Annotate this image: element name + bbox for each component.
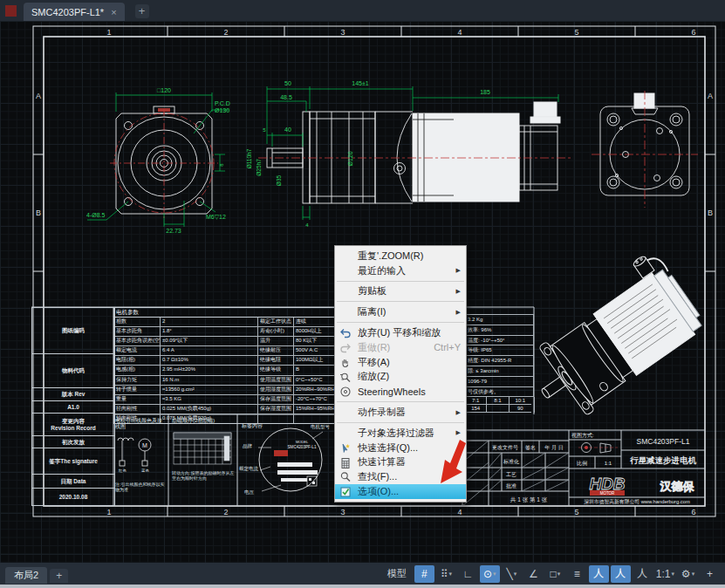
menu-item-subobject-filter[interactable]: 子对象选择过滤器▶ <box>335 426 466 441</box>
menu-separator <box>337 401 464 402</box>
ortho-mode-icon[interactable]: ∟ <box>458 565 478 583</box>
wiring-note: 注:引出线颜色和线序以实物为准 <box>115 482 166 492</box>
svg-text:工艺: 工艺 <box>506 471 516 477</box>
table-row: 1096-79 <box>465 377 534 387</box>
submenu-arrow-icon: ▶ <box>456 267 461 274</box>
menu-item-quick-select[interactable]: 快速选择(Q)... <box>335 441 466 455</box>
ratio-cell: 90 <box>510 405 531 413</box>
object-snap-icon[interactable]: □ ▾ <box>545 565 565 583</box>
grid-display-icon[interactable]: # <box>414 565 434 583</box>
svg-text:1:1: 1:1 <box>605 461 612 466</box>
front-view: □120 P.C.D Ø130 4-Ø8.5 M6▽12 22.73 8 <box>86 87 230 234</box>
svg-text:40: 40 <box>284 126 291 133</box>
table-row: 精度: DIN 42955-R <box>465 356 534 366</box>
statusbar-icons: # ⠿ ▾ ∟ ⊙ ▾ ╲ ▾ ∠ □ ▾ ≡ 人 人 <box>414 565 720 583</box>
table-row: 温度: -10°~+50° <box>465 336 534 346</box>
chevron-down-icon: ▾ <box>493 571 496 578</box>
svg-text:共 1 张 第 1 张: 共 1 张 第 1 张 <box>510 496 548 503</box>
menu-item-clipboard[interactable]: 剪贴板▶ <box>335 284 466 299</box>
side-view: 50 48.5 145±1 185 40 5 4 Ø25h7 Ø35 Ø110h… <box>246 80 572 228</box>
motor-symbol: M <box>142 442 147 448</box>
isometric-drafting-icon[interactable]: ╲ ▾ <box>502 565 522 583</box>
annotation-visibility-icon[interactable]: 人 <box>589 565 609 583</box>
ratio-cell: 10:1 <box>510 397 531 405</box>
menu-item-repeat-zoom[interactable]: 重复'.ZOOM(R) <box>335 249 466 263</box>
viewport-scale-button[interactable]: 1:1 ▾ <box>654 565 676 583</box>
submenu-arrow-icon: ▶ <box>456 309 461 316</box>
revision-table: 图纸编码物料代码版本 RevA1.0变更内容 Revision Record初次… <box>31 307 115 506</box>
polar-tracking-icon[interactable]: ⊙ ▾ <box>480 565 500 583</box>
svg-text:6: 6 <box>691 508 695 516</box>
callout-voltage: 电压 <box>244 489 254 496</box>
customize-icon[interactable]: + <box>700 565 720 583</box>
menu-item-find[interactable]: 查找(F)... <box>335 469 466 484</box>
submenu-arrow-icon: ▶ <box>456 409 461 416</box>
svg-text:1: 1 <box>106 508 111 516</box>
new-tab-button[interactable]: + <box>135 4 149 18</box>
ratio-cell: 7:1 <box>465 397 487 405</box>
svg-text:Ø110h7: Ø110h7 <box>246 148 252 168</box>
svg-text:3: 3 <box>340 508 345 516</box>
pan-hand-icon <box>339 357 352 369</box>
revision-cell: 图纸编码 <box>32 308 114 354</box>
annotation-autoscale-icon[interactable]: 人 <box>611 565 631 583</box>
ratio-cell <box>487 405 509 413</box>
chevron-down-icon: ▾ <box>671 571 674 578</box>
tab-close-icon[interactable]: × <box>111 7 116 17</box>
wire-red-label: 红色 <box>119 468 127 473</box>
callout-current: 额定电流 <box>239 466 258 472</box>
menu-item-zoom[interactable]: 缩放(Z) <box>335 370 466 385</box>
status-bar: 布局2 + 模型 # ⠿ ▾ ∟ ⊙ ▾ ╲ ▾ ∠ □ ▾ ≡ 人 <box>0 563 725 585</box>
snap-mode-icon[interactable]: ⠿ ▾ <box>436 565 456 583</box>
menu-item-quick-calculator[interactable]: 快速计算器 <box>335 455 466 470</box>
menu-item-steeringwheels[interactable]: SteeringWheels <box>335 384 466 399</box>
annotation-scale-icon[interactable]: 人 <box>633 565 653 583</box>
revision-cell: 变更内容 Revision Record <box>32 414 114 436</box>
menu-item-redo[interactable]: 重做(R) Ctrl+Y <box>335 340 466 355</box>
svg-text:6: 6 <box>691 28 695 37</box>
model-space-button[interactable]: 模型 <box>382 565 412 582</box>
svg-text:Ø130: Ø130 <box>215 107 229 113</box>
svg-text:22.73: 22.73 <box>166 228 181 234</box>
layout-tab[interactable]: 布局2 <box>5 567 47 584</box>
table-row: 号仅供参考。 <box>465 387 534 398</box>
zoom-icon <box>339 372 352 384</box>
svg-text:比例: 比例 <box>577 461 587 467</box>
svg-text:4: 4 <box>457 28 462 37</box>
svg-text:B: B <box>708 209 713 217</box>
revision-cell: A1.0 <box>32 401 114 414</box>
lineweight-icon[interactable]: ≡ <box>567 565 587 583</box>
ratio-cell: 154 <box>465 405 487 413</box>
layout-add-button[interactable]: + <box>50 569 68 583</box>
menu-item-options[interactable]: 选项(O)... <box>335 484 466 499</box>
svg-text:4: 4 <box>457 508 462 516</box>
file-tab[interactable]: SMC4203PF-L1* × <box>24 3 125 21</box>
menu-item-pan[interactable]: 平移(A) <box>335 355 466 370</box>
settings-gear-icon[interactable]: ⚙ ▾ <box>678 565 698 583</box>
menu-item-action-recorder[interactable]: 动作录制器▶ <box>335 405 466 420</box>
svg-text:Ø120: Ø120 <box>347 151 353 166</box>
svg-text:3: 3 <box>340 28 345 37</box>
svg-text:2: 2 <box>223 28 228 37</box>
menu-item-isolate[interactable]: 隔离(I)▶ <box>335 304 466 319</box>
svg-text:MOTOR: MOTOR <box>600 491 615 496</box>
menu-separator <box>337 301 464 302</box>
svg-text:SMC4203PF-L1: SMC4203PF-L1 <box>288 445 317 449</box>
excitation-note: 转动方向:按照表的励磁时序从左至右为顺时针方向 <box>172 470 235 481</box>
svg-text:2: 2 <box>223 508 228 516</box>
excitation-title: 励磁顺序(2相励磁) <box>172 418 233 424</box>
label-title: 标签内容 <box>242 422 263 430</box>
revision-cell: 签字The signature <box>32 448 114 475</box>
svg-text:SMC4203PF-L1: SMC4203PF-L1 <box>637 437 690 446</box>
revision-cell: 日期 Data <box>32 475 114 489</box>
object-snap-tracking-icon[interactable]: ∠ <box>523 565 544 583</box>
excitation-table <box>174 433 231 464</box>
menu-shortcut: Ctrl+Y <box>434 342 461 352</box>
table-row: 3.2 Kg <box>465 315 534 325</box>
menu-item-undo[interactable]: 放弃(U) 平移和缩放 <box>335 325 466 340</box>
drawing-canvas[interactable]: 12 34 56 12 34 56 AB AB <box>0 21 725 563</box>
menu-item-recent-input[interactable]: 最近的输入▶ <box>335 263 466 278</box>
svg-text:1: 1 <box>106 28 111 37</box>
svg-text:视图方式:: 视图方式: <box>571 432 594 439</box>
svg-text:5: 5 <box>574 508 578 516</box>
